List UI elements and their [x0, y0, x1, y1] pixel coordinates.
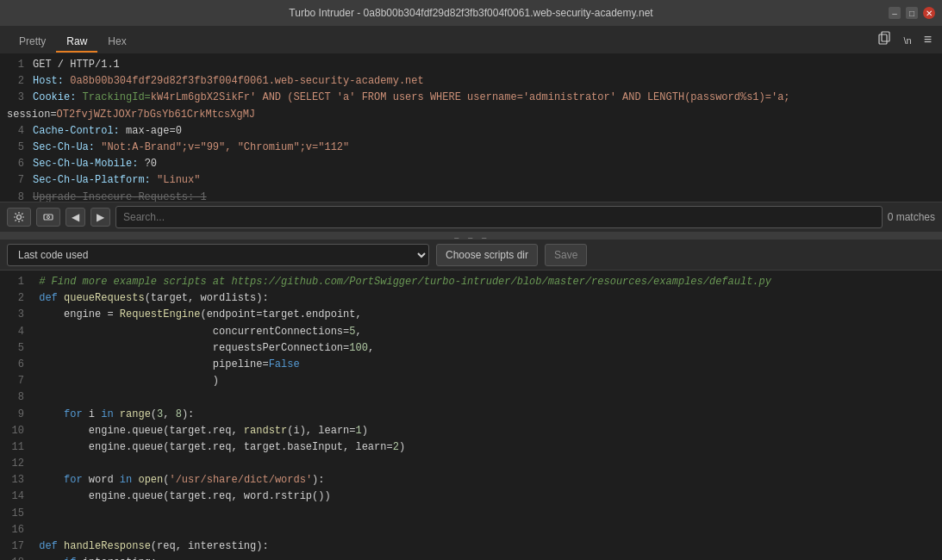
- script-line-10: 10 engine.queue(target.req, randstr(i), …: [0, 423, 942, 439]
- forward-button[interactable]: ▶: [90, 208, 110, 227]
- search-input[interactable]: [115, 206, 883, 228]
- req-line-6: 6Sec-Ch-Ua-Mobile: ?0: [0, 156, 942, 172]
- minimize-button[interactable]: –: [889, 7, 901, 19]
- script-line-8: 8: [0, 389, 942, 406]
- settings-button[interactable]: [7, 208, 31, 227]
- tab-hex[interactable]: Hex: [97, 32, 136, 53]
- copy-icon[interactable]: [876, 29, 893, 49]
- svg-point-4: [47, 216, 50, 219]
- window-title: Turbo Intruder - 0a8b00b304fdf29d82f3fb3…: [289, 7, 652, 19]
- top-section: Pretty Raw Hex \n ≡ 1GET / HTTP/1.1 2Hos…: [0, 26, 942, 233]
- matches-badge: 0 matches: [888, 211, 935, 223]
- close-button[interactable]: ✕: [923, 7, 935, 19]
- svg-rect-3: [44, 215, 53, 220]
- top-toolbar: ◀ ▶ 0 matches: [0, 202, 942, 233]
- bottom-section: Last code used Choose scripts dir Save 1…: [0, 240, 942, 560]
- svg-rect-0: [879, 34, 887, 44]
- tab-bar: Pretty Raw Hex \n ≡: [0, 26, 942, 53]
- script-line-12: 12: [0, 456, 942, 472]
- script-line-13: 13 for word in open('/usr/share/dict/wor…: [0, 472, 942, 488]
- request-content: 1GET / HTTP/1.1 2Host: 0a8b00b304fdf29d8…: [0, 53, 942, 202]
- req-line-3: 3Cookie: TrackingId=kW4rLm6gbX2SikFr' AN…: [0, 90, 942, 122]
- maximize-button[interactable]: □: [906, 7, 918, 19]
- script-line-9: 9 for i in range(3, 8):: [0, 407, 942, 423]
- req-line-5: 5Sec-Ch-Ua: "Not:A-Brand";v="99", "Chrom…: [0, 140, 942, 156]
- choose-scripts-button[interactable]: Choose scripts dir: [436, 244, 538, 266]
- back-button[interactable]: ◀: [66, 208, 85, 227]
- script-line-16: 16: [0, 522, 942, 538]
- svg-rect-1: [882, 32, 889, 41]
- script-line-1: 1 # Find more example scripts at https:/…: [0, 274, 942, 290]
- tab-pretty[interactable]: Pretty: [9, 32, 56, 53]
- script-editor: 1 # Find more example scripts at https:/…: [0, 271, 942, 560]
- script-line-14: 14 engine.queue(target.req, word.rstrip(…: [0, 488, 942, 505]
- req-line-1: 1GET / HTTP/1.1: [0, 57, 942, 73]
- divider: ⚊ ⚊ ⚊: [0, 233, 942, 240]
- req-line-7: 7Sec-Ch-Ua-Platform: "Linux": [0, 172, 942, 189]
- req-line-8: 8Upgrade-Insecure-Requests: 1: [0, 190, 942, 202]
- script-line-3: 3 engine = RequestEngine(endpoint=target…: [0, 307, 942, 323]
- gear-button[interactable]: [36, 208, 60, 227]
- script-line-2: 2 def queueRequests(target, wordlists):: [0, 290, 942, 307]
- script-line-11: 11 engine.queue(target.req, target.baseI…: [0, 439, 942, 456]
- script-line-5: 5 requestsPerConnection=100,: [0, 340, 942, 357]
- svg-point-2: [17, 215, 22, 220]
- request-editor: 1GET / HTTP/1.1 2Host: 0a8b00b304fdf29d8…: [0, 53, 942, 202]
- tab-raw[interactable]: Raw: [56, 32, 97, 53]
- newline-icon[interactable]: \n: [901, 31, 913, 48]
- window-controls: – □ ✕: [889, 7, 935, 19]
- menu-icon[interactable]: ≡: [922, 30, 933, 49]
- save-button[interactable]: Save: [545, 244, 587, 266]
- title-bar: Turbo Intruder - 0a8b00b304fdf29d82f3fb3…: [0, 0, 942, 26]
- script-line-17: 17 def handleResponse(req, interesting):: [0, 538, 942, 555]
- req-line-4: 4Cache-Control: max-age=0: [0, 123, 942, 140]
- script-line-4: 4 concurrentConnections=5,: [0, 324, 942, 340]
- script-line-7: 7 ): [0, 373, 942, 389]
- script-dropdown[interactable]: Last code used: [7, 244, 429, 266]
- script-line-18: 18 if interesting:: [0, 555, 942, 560]
- req-line-2: 2Host: 0a8b00b304fdf29d82f3fb3f004f0061.…: [0, 73, 942, 90]
- script-toolbar: Last code used Choose scripts dir Save: [0, 240, 942, 271]
- script-line-6: 6 pipeline=False: [0, 357, 942, 373]
- script-line-15: 15: [0, 506, 942, 522]
